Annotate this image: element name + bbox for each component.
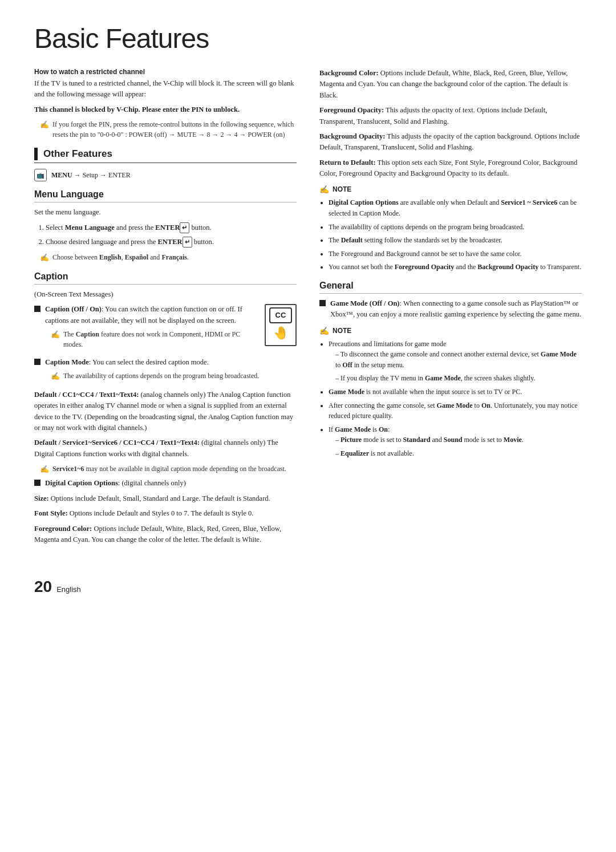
other-features-title: Other Features bbox=[43, 148, 112, 160]
caption-note-item-4: The Foreground and Background cannot be … bbox=[329, 249, 582, 259]
cc-icon-box: CC 🤚 bbox=[265, 304, 297, 346]
size-text: Size: Options include Default, Small, St… bbox=[34, 493, 297, 504]
caption-note-item-5: You cannot set both the Foreground Opaci… bbox=[329, 262, 582, 273]
caption-item-mode: Caption Mode: You can select the desired… bbox=[34, 357, 297, 385]
default-service-heading: Default / Service1~Service6 / CC1~CC4 / … bbox=[34, 437, 297, 460]
section-bar-icon bbox=[34, 148, 38, 160]
digital-caption-item: Digital Caption Options: (digital channe… bbox=[34, 478, 297, 489]
bullet-icon bbox=[34, 306, 40, 312]
page-title: Basic Features bbox=[34, 23, 582, 54]
cc-hand-icon: 🤚 bbox=[273, 323, 289, 343]
font-style-text: Font Style: Options include Default and … bbox=[34, 508, 297, 519]
menu-language-step-1: Select Menu Language and press the ENTER… bbox=[46, 222, 297, 233]
caption-mode-note: The availability of captions depends on … bbox=[51, 371, 259, 382]
restricted-channel-note: If you forget the PIN, press the remote-… bbox=[40, 119, 297, 140]
foreground-color-text: Foreground Color: Options include Defaul… bbox=[34, 524, 297, 546]
general-note-item-2: Game Mode is not available when the inpu… bbox=[329, 387, 582, 397]
caption-note-item-2: The availability of captions depends on … bbox=[329, 222, 582, 233]
page-footer: 20 English bbox=[34, 561, 582, 596]
background-opacity-text: Background Opacity: This adjusts the opa… bbox=[319, 131, 582, 153]
caption-onoff-note: The Caption feature does not work in Com… bbox=[51, 329, 253, 350]
caption-title: Caption bbox=[34, 271, 297, 285]
bullet-icon bbox=[34, 359, 40, 365]
general-note-list: Precautions and limitations for game mod… bbox=[319, 339, 582, 459]
bullet-icon bbox=[319, 300, 326, 306]
menu-language-steps: Select Menu Language and press the ENTER… bbox=[34, 222, 297, 248]
caption-item-onoff: Caption (Off / On): You can switch the c… bbox=[34, 304, 297, 352]
general-note-label: NOTE bbox=[319, 326, 582, 335]
restricted-channel-heading: How to watch a restricted channel bbox=[34, 68, 297, 76]
foreground-opacity-text: Foreground Opacity: This adjusts the opa… bbox=[319, 105, 582, 127]
return-default-text: Return to Default: This option sets each… bbox=[319, 157, 582, 180]
general-item-gamemode: Game Mode (Off / On): When connecting to… bbox=[319, 298, 582, 320]
caption-note-block: NOTE Digital Caption Options are availab… bbox=[319, 185, 582, 273]
general-list: Game Mode (Off / On): When connecting to… bbox=[319, 298, 582, 320]
digital-caption-list: Digital Caption Options: (digital channe… bbox=[34, 478, 297, 489]
general-title: General bbox=[319, 281, 582, 294]
menu-path-text: MENU → Setup → ENTER bbox=[51, 171, 131, 180]
other-features-header: Other Features bbox=[34, 148, 297, 163]
caption-mode-content: Caption Mode: You can select the desired… bbox=[45, 357, 259, 385]
caption-note-label: NOTE bbox=[319, 185, 582, 194]
menu-language-note: Choose between English, Español and Fran… bbox=[40, 252, 297, 263]
menu-path: 📺 MENU → Setup → ENTER bbox=[34, 169, 297, 181]
caption-item-onoff-content: Caption (Off / On): You can switch the c… bbox=[45, 304, 297, 352]
page-number: 20 bbox=[34, 578, 52, 596]
bullet-icon bbox=[34, 480, 40, 486]
general-note-item-3: After connecting the game console, set G… bbox=[329, 400, 582, 421]
menu-language-step-2: Choose desired language and press the EN… bbox=[46, 237, 297, 248]
general-note-subitem-1: To disconnect the game console and conne… bbox=[335, 349, 582, 370]
general-note-item-4: If Game Mode is On: Picture mode is set … bbox=[329, 424, 582, 459]
page-number-label: English bbox=[56, 585, 81, 594]
restricted-channel-section: How to watch a restricted channel If the… bbox=[34, 68, 297, 140]
general-note-subitem-3: Picture mode is set to Standard and Soun… bbox=[335, 435, 582, 445]
menu-language-title: Menu Language bbox=[34, 189, 297, 202]
background-color-text: Background Color: Options include Defaul… bbox=[319, 68, 582, 101]
general-note-item-1: Precautions and limitations for game mod… bbox=[329, 339, 582, 384]
caption-subtitle: (On-Screen Text Messages) bbox=[34, 289, 297, 300]
cc-icon: CC bbox=[269, 307, 292, 323]
right-column: Background Color: Options include Defaul… bbox=[319, 68, 582, 549]
general-note-subitem-4: Equalizer is not available. bbox=[335, 448, 582, 459]
general-note-block: NOTE Precautions and limitations for gam… bbox=[319, 326, 582, 459]
caption-list: Caption (Off / On): You can switch the c… bbox=[34, 304, 297, 385]
general-note-subitem-2: If you display the TV menu in Game Mode,… bbox=[335, 373, 582, 384]
restricted-channel-para1: If the TV is tuned to a restricted chann… bbox=[34, 78, 297, 100]
service-note: Service1~6 may not be available in digit… bbox=[40, 464, 297, 475]
caption-note-item-1: Digital Caption Options are available on… bbox=[329, 197, 582, 218]
caption-note-list: Digital Caption Options are available on… bbox=[319, 197, 582, 273]
caption-note-item-3: The Default setting follow the standards… bbox=[329, 235, 582, 246]
restricted-channel-bold-message: This channel is blocked by V-Chip. Pleas… bbox=[34, 104, 297, 115]
menu-language-intro: Set the menu language. bbox=[34, 207, 297, 218]
left-column: How to watch a restricted channel If the… bbox=[34, 68, 297, 549]
default-cc-heading: Default / CC1~CC4 / Text1~Text4: (analog… bbox=[34, 390, 297, 434]
menu-icon: 📺 bbox=[34, 169, 47, 181]
